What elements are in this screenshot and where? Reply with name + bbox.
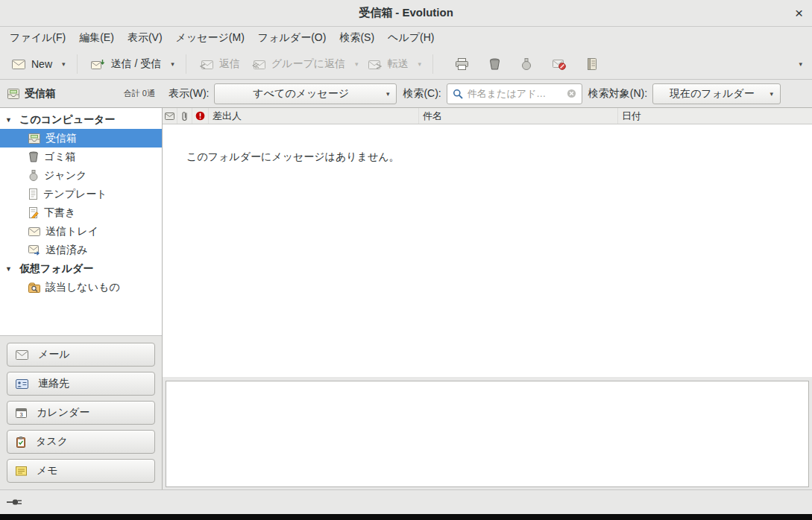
- switcher-button-label: タスク: [36, 435, 68, 448]
- memos-icon: [16, 466, 27, 476]
- column-attachment[interactable]: [177, 108, 192, 124]
- toolbar-overflow-button[interactable]: ▾: [795, 57, 806, 72]
- online-status-icon[interactable]: [7, 498, 26, 507]
- message-status-icon: [165, 112, 174, 120]
- switcher-calendar-button[interactable]: 3 カレンダー: [7, 401, 155, 425]
- message-pane: 差出人 件名 日付 このフォルダーにメッセージはありません。: [163, 108, 812, 489]
- sidebar-item-outbox[interactable]: 送信トレイ: [0, 222, 162, 241]
- column-sender[interactable]: 差出人: [209, 108, 419, 124]
- column-date[interactable]: 日付: [618, 108, 812, 124]
- switcher-button-label: メール: [38, 348, 70, 361]
- sidebar-group-this-computer[interactable]: ▼ このコンピューター: [0, 110, 162, 129]
- switcher-contacts-button[interactable]: 連絡先: [7, 372, 155, 396]
- message-list: このフォルダーにメッセージはありません。: [163, 124, 812, 377]
- new-button-label: New: [31, 58, 52, 70]
- menu-help[interactable]: ヘルプ(H): [381, 27, 441, 49]
- filter-bar: 受信箱 合計 0通 表示(W): すべてのメッセージ ▾ 検索(C): 検索対象…: [0, 80, 812, 108]
- sidebar-item-label: 該当しないもの: [45, 281, 120, 294]
- mail-icon: [16, 350, 28, 360]
- expander-triangle-icon[interactable]: ▼: [5, 116, 14, 124]
- search-input[interactable]: [468, 88, 562, 99]
- show-filter-dropdown[interactable]: すべてのメッセージ ▾: [214, 83, 397, 104]
- forward-dropdown-arrow-icon[interactable]: ▾: [415, 57, 426, 72]
- sidebar-group-label: このコンピューター: [19, 113, 115, 127]
- forward-button[interactable]: 転送: [362, 54, 415, 74]
- toolbar: New ▾ 送信 / 受信 ▾ 返信 グループに返信 ▾: [0, 49, 812, 80]
- main-area: ▼ このコンピューター 受信箱 ゴミ箱: [0, 108, 812, 489]
- menu-view[interactable]: 表示(V): [121, 27, 169, 49]
- sidebar-item-unmatched[interactable]: 該当しないもの: [0, 278, 162, 297]
- new-message-button[interactable]: New: [6, 54, 58, 74]
- sidebar-group-search-folders[interactable]: ▼ 仮想フォルダー: [0, 259, 162, 278]
- column-priority[interactable]: [192, 108, 209, 124]
- junk-button[interactable]: [518, 55, 535, 73]
- forward-label: 転送: [388, 57, 409, 71]
- sidebar-item-label: 送信トレイ: [45, 225, 98, 238]
- send-receive-button[interactable]: 送信 / 受信: [85, 54, 168, 74]
- current-folder-name: 受信箱: [25, 87, 56, 101]
- outbox-icon: [28, 226, 40, 236]
- sidebar-item-templates[interactable]: テンプレート: [0, 185, 162, 203]
- sidebar-item-trash[interactable]: ゴミ箱: [0, 148, 162, 166]
- delete-button[interactable]: [486, 55, 503, 73]
- group-reply-icon: [252, 59, 265, 69]
- folder-tree: ▼ このコンピューター 受信箱 ゴミ箱: [0, 108, 162, 335]
- group-reply-button[interactable]: グループに返信: [246, 54, 351, 74]
- toolbar-separator: [186, 54, 186, 74]
- contacts-icon: [16, 379, 28, 389]
- svg-text:3: 3: [19, 411, 22, 418]
- junk-icon: [28, 170, 39, 181]
- addressbook-button[interactable]: [584, 55, 600, 73]
- preview-pane: [166, 381, 809, 487]
- reply-button[interactable]: 返信: [194, 54, 246, 74]
- column-status[interactable]: [163, 108, 177, 124]
- forward-icon: [368, 59, 382, 69]
- sidebar-item-junk[interactable]: ジャンク: [0, 166, 162, 185]
- search-label: 検索(C):: [403, 87, 441, 101]
- sidebar-item-label: ジャンク: [44, 169, 86, 183]
- group-reply-label: グループに返信: [271, 57, 345, 71]
- search-scope-value: 現在のフォルダー: [660, 87, 764, 101]
- column-subject[interactable]: 件名: [419, 108, 618, 124]
- menu-edit[interactable]: 編集(E): [72, 27, 121, 49]
- not-junk-button[interactable]: [550, 56, 569, 73]
- switcher-button-label: メモ: [37, 464, 58, 478]
- expander-triangle-icon[interactable]: ▼: [5, 265, 14, 273]
- component-switcher: メール 連絡先 3 カレンダー: [0, 335, 162, 489]
- clear-search-icon[interactable]: [567, 89, 576, 98]
- sidebar-item-label: 送信済み: [45, 244, 87, 257]
- switcher-memos-button[interactable]: メモ: [7, 459, 155, 483]
- priority-icon: [195, 111, 205, 121]
- titlebar: 受信箱 - Evolution ×: [0, 0, 812, 27]
- send-receive-dropdown-arrow-icon[interactable]: ▾: [167, 57, 178, 72]
- group-reply-dropdown-arrow-icon[interactable]: ▾: [351, 57, 362, 72]
- message-list-header: 差出人 件名 日付: [163, 108, 812, 124]
- inbox-icon: [7, 88, 19, 99]
- close-button[interactable]: ×: [795, 0, 803, 26]
- switcher-tasks-button[interactable]: タスク: [7, 430, 155, 454]
- sidebar-item-sent[interactable]: 送信済み: [0, 241, 162, 259]
- menu-message[interactable]: メッセージ(M): [169, 27, 251, 49]
- search-icon: [453, 89, 463, 99]
- show-filter-value: すべてのメッセージ: [221, 87, 380, 101]
- send-receive-icon: [91, 59, 105, 70]
- menu-file[interactable]: ファイル(F): [3, 27, 72, 49]
- show-filter-label: 表示(W):: [169, 87, 209, 101]
- sidebar-item-inbox[interactable]: 受信箱: [0, 129, 162, 148]
- reply-label: 返信: [219, 57, 240, 71]
- switcher-mail-button[interactable]: メール: [7, 343, 155, 367]
- new-mail-icon: [12, 59, 25, 69]
- sidebar-item-drafts[interactable]: 下書き: [0, 203, 162, 222]
- menu-search[interactable]: 検索(S): [333, 27, 381, 49]
- template-icon: [28, 188, 38, 200]
- calendar-icon: 3: [16, 408, 27, 418]
- sidebar-item-label: ゴミ箱: [44, 150, 76, 164]
- switcher-button-label: 連絡先: [38, 377, 69, 390]
- toolbar-separator: [77, 54, 78, 74]
- print-button[interactable]: [453, 55, 471, 73]
- new-dropdown-arrow-icon[interactable]: ▾: [58, 57, 69, 72]
- menu-folder[interactable]: フォルダー(O): [251, 27, 333, 49]
- search-field[interactable]: [447, 83, 582, 104]
- search-scope-dropdown[interactable]: 現在のフォルダー ▾: [652, 83, 781, 104]
- desktop-strip: [0, 514, 812, 520]
